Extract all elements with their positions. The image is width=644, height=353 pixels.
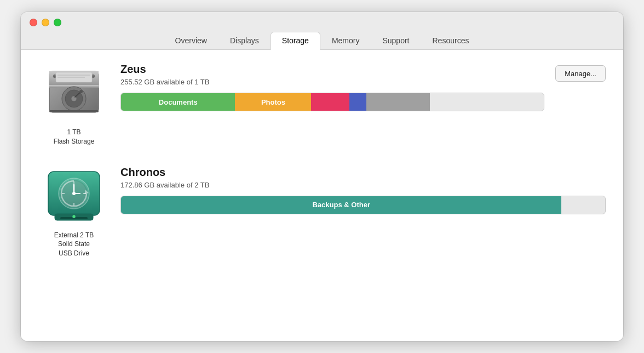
zeus-drive-icon-area: 1 TB Flash Storage <box>38 63 110 146</box>
tab-memory[interactable]: Memory <box>320 32 371 49</box>
time-machine-icon <box>44 166 104 226</box>
zeus-drive-name: Zeus <box>120 63 544 76</box>
chronos-drive-icon-area: External 2 TB Solid State USB Drive <box>38 166 110 258</box>
svg-point-30 <box>72 192 76 195</box>
title-bar: Overview Displays Storage Memory Support… <box>21 12 623 50</box>
zeus-drive-info: Zeus 255.52 GB available of 1 TB Documen… <box>120 63 606 111</box>
zeus-info-row: Zeus 255.52 GB available of 1 TB Documen… <box>120 63 606 111</box>
zeus-bar-blue <box>349 93 366 111</box>
tab-support[interactable]: Support <box>371 32 421 49</box>
chronos-drive-section: External 2 TB Solid State USB Drive Chro… <box>38 166 606 258</box>
chronos-drive-info: Chronos 172.86 GB available of 2 TB Back… <box>120 166 606 214</box>
tab-displays[interactable]: Displays <box>219 32 271 49</box>
chronos-bar-free <box>561 196 605 214</box>
chronos-drive-name: Chronos <box>120 166 606 179</box>
tab-bar: Overview Displays Storage Memory Support… <box>164 32 481 49</box>
traffic-lights <box>30 19 61 26</box>
minimize-button[interactable] <box>42 19 49 26</box>
flash-storage-icon <box>44 63 104 123</box>
about-this-mac-window: Overview Displays Storage Memory Support… <box>21 12 623 341</box>
maximize-button[interactable] <box>54 19 61 26</box>
chronos-drive-label: External 2 TB Solid State USB Drive <box>54 231 94 258</box>
tab-resources[interactable]: Resources <box>421 32 481 49</box>
zeus-available: 255.52 GB available of 1 TB <box>120 78 544 86</box>
chronos-available: 172.86 GB available of 2 TB <box>120 181 606 189</box>
svg-point-16 <box>79 90 83 93</box>
zeus-bar-free <box>430 93 544 111</box>
tab-storage[interactable]: Storage <box>271 32 320 50</box>
zeus-drive-label: 1 TB Flash Storage <box>54 128 95 146</box>
close-button[interactable] <box>30 19 37 26</box>
chronos-bar-backups: Backups & Other <box>121 196 561 214</box>
zeus-drive-section: 1 TB Flash Storage Zeus 255.52 GB availa… <box>38 63 606 146</box>
svg-point-32 <box>72 215 76 218</box>
zeus-bar-documents: Documents <box>121 93 235 111</box>
zeus-bar-red <box>311 93 349 111</box>
zeus-info-main: Zeus 255.52 GB available of 1 TB Documen… <box>120 63 544 111</box>
manage-button-zeus[interactable]: Manage... <box>555 65 606 82</box>
zeus-storage-bar: Documents Photos <box>120 93 544 111</box>
chronos-storage-bar: Backups & Other <box>120 196 606 214</box>
zeus-bar-photos: Photos <box>235 93 311 111</box>
storage-content: 1 TB Flash Storage Zeus 255.52 GB availa… <box>21 50 623 341</box>
tab-overview[interactable]: Overview <box>164 32 219 49</box>
svg-rect-17 <box>49 110 99 112</box>
zeus-bar-gray <box>366 93 430 111</box>
